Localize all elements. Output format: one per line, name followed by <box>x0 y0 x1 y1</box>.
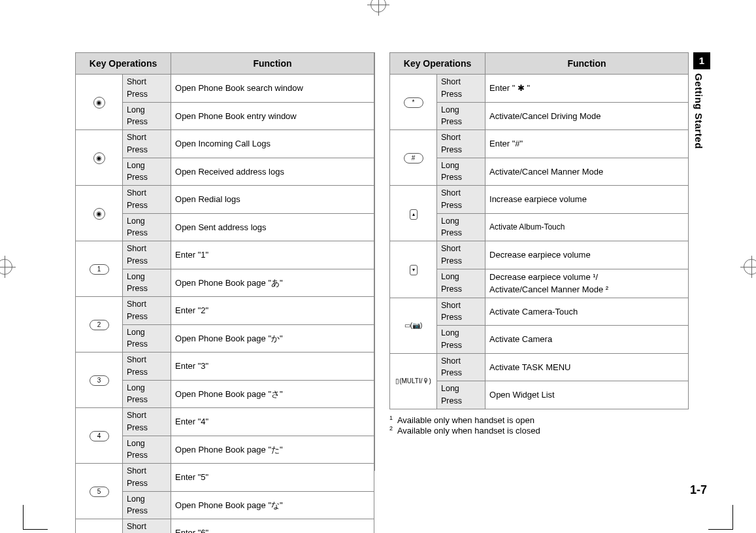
key-vol-up-icon: ▴ <box>410 209 418 220</box>
key-cell-key-star: * <box>390 75 437 130</box>
op-short: Short Press <box>437 241 485 269</box>
fn-short: Enter "1" <box>171 241 374 269</box>
key-cell-key-vol-up: ▴ <box>390 186 437 241</box>
fn-long: Open Widget List <box>485 381 689 409</box>
fn-long: Activate Camera <box>485 326 689 354</box>
op-long: Long Press <box>123 380 171 408</box>
footnote: 2 Available only when handset is closed <box>389 425 689 436</box>
page-number: 1-7 <box>690 483 707 497</box>
op-long: Long Press <box>123 491 171 519</box>
nav-right-icon: ◉ <box>93 208 105 220</box>
key-cell-key-hash: # <box>390 130 437 186</box>
fn-short: Enter "3" <box>171 352 374 381</box>
key-cell-key-2: 2 <box>76 297 123 352</box>
fn-short: Increase earpiece volume <box>485 186 689 214</box>
op-long: Long Press <box>437 381 485 409</box>
op-short: Short Press <box>123 408 171 436</box>
fn-short: Enter "2" <box>171 297 374 325</box>
fn-long: Open Received address logs <box>171 158 374 186</box>
fn-long: Open Phone Book page "た" <box>171 436 374 464</box>
op-short: Short Press <box>437 186 485 214</box>
op-long: Long Press <box>123 436 171 464</box>
key-4-icon: 4 <box>90 431 109 441</box>
registration-mark-icon <box>744 259 756 275</box>
op-short: Short Press <box>437 130 485 158</box>
header-function: Function <box>485 53 689 75</box>
op-long: Long Press <box>437 158 485 186</box>
op-long: Long Press <box>123 102 171 130</box>
fn-short: Enter "5" <box>171 464 374 492</box>
op-long: Long Press <box>437 326 485 354</box>
fn-short: Open Incoming Call Logs <box>171 130 374 158</box>
fn-long: Open Phone Book page "あ" <box>171 269 374 297</box>
key-cell-key-multi: ▯(MULTI/🎙) <box>390 353 437 409</box>
footnote: 1 Available only when handset is open <box>389 415 689 425</box>
op-long: Long Press <box>123 269 171 297</box>
op-long: Long Press <box>123 213 171 241</box>
key-cell-nav-left: ◉ <box>76 130 123 186</box>
right-table: Key Operations Function *Short PressEnte… <box>389 52 689 409</box>
crop-mark-icon <box>708 505 733 530</box>
op-short: Short Press <box>437 353 485 381</box>
key-cell-key-1: 1 <box>76 241 123 297</box>
nav-up-icon: ◉ <box>93 97 105 109</box>
registration-mark-icon <box>0 259 12 275</box>
fn-short: Activate TASK MENU <box>485 353 689 381</box>
op-short: Short Press <box>123 130 171 158</box>
key-cell-key-vol-down: ▾ <box>390 241 437 298</box>
fn-long: Decrease earpiece volume ¹/Activate/Canc… <box>485 269 689 298</box>
fn-long: Open Phone Book page "な" <box>171 491 374 519</box>
fn-short: Enter " ✱ " <box>485 75 689 103</box>
header-function: Function <box>171 53 374 75</box>
crop-mark-icon <box>23 505 48 530</box>
fn-long: Activate/Cancel Driving Mode <box>485 102 689 130</box>
op-long: Long Press <box>123 324 171 352</box>
key-5-icon: 5 <box>90 487 109 497</box>
header-keyops: Key Operations <box>390 53 485 75</box>
fn-short: Open Phone Book search window <box>171 75 374 103</box>
fn-short: Enter "4" <box>171 408 374 436</box>
fn-long: Open Phone Book page "か" <box>171 324 374 352</box>
key-3-icon: 3 <box>90 375 109 386</box>
nav-left-icon: ◉ <box>93 152 105 164</box>
key-hash-icon: # <box>404 153 423 163</box>
fn-short: Enter "6" <box>171 519 374 534</box>
op-short: Short Press <box>123 75 171 103</box>
fn-long: Open Phone Book page "さ" <box>171 380 374 408</box>
op-short: Short Press <box>123 464 171 492</box>
op-short: Short Press <box>123 186 171 214</box>
key-1-icon: 1 <box>90 264 109 275</box>
content-area: Key Operations Function ◉Short PressOpen… <box>75 52 707 494</box>
op-long: Long Press <box>437 213 485 241</box>
op-short: Short Press <box>437 75 485 103</box>
key-cell-nav-right: ◉ <box>76 186 123 241</box>
left-column: Key Operations Function ◉Short PressOpen… <box>75 52 374 494</box>
fn-long: Activate/Cancel Manner Mode <box>485 158 689 186</box>
footnotes: 1 Available only when handset is open2 A… <box>389 415 689 436</box>
fn-long: Open Phone Book entry window <box>171 102 374 130</box>
op-short: Short Press <box>123 241 171 269</box>
key-cell-key-6: 6 <box>76 519 123 534</box>
op-long: Long Press <box>437 102 485 130</box>
registration-mark-icon <box>370 0 386 12</box>
page: 1 Getting Started Key Operations Functio… <box>0 0 756 533</box>
op-short: Short Press <box>123 352 171 381</box>
key-cell-key-5: 5 <box>76 464 123 519</box>
fn-short: Open Redial logs <box>171 186 374 214</box>
key-vol-down-icon: ▾ <box>410 265 418 275</box>
fn-short: Activate Camera-Touch <box>485 298 689 326</box>
op-long: Long Press <box>123 158 171 186</box>
key-cell-key-4: 4 <box>76 408 123 464</box>
fn-long: Activate Album-Touch <box>485 213 689 241</box>
header-keyops: Key Operations <box>76 53 171 75</box>
fn-long: Open Sent address logs <box>171 213 374 241</box>
op-short: Short Press <box>123 297 171 325</box>
op-long: Long Press <box>437 269 485 298</box>
fn-short: Enter "#" <box>485 130 689 158</box>
key-cell-nav-up: ◉ <box>76 75 123 130</box>
key-2-icon: 2 <box>90 320 109 330</box>
left-table: Key Operations Function ◉Short PressOpen… <box>75 52 374 533</box>
op-short: Short Press <box>437 298 485 326</box>
op-short: Short Press <box>123 519 171 534</box>
right-column: Key Operations Function *Short PressEnte… <box>389 52 689 494</box>
